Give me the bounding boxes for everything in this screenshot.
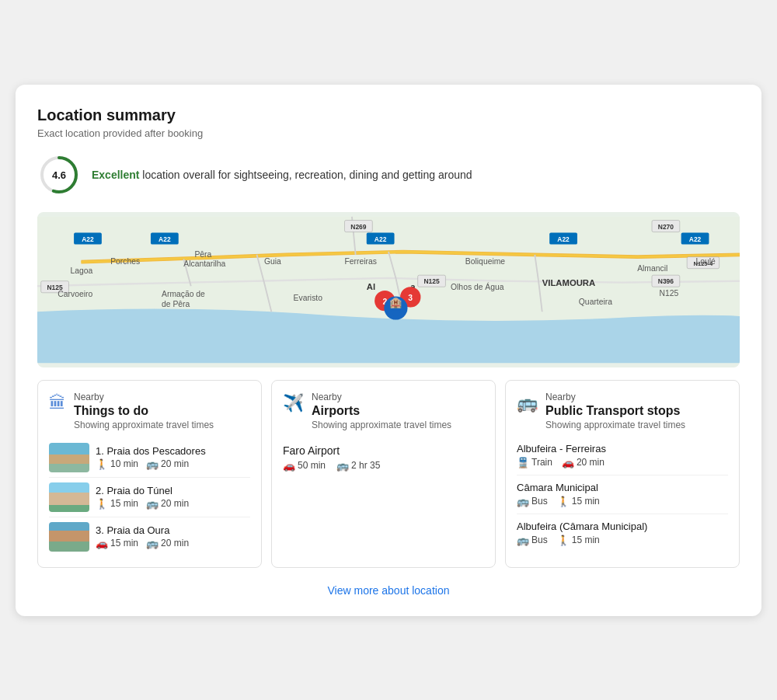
car-icon: 🚗 — [283, 460, 295, 472]
bus-icon: 🚌 — [146, 498, 159, 510]
transport-type: Train — [531, 457, 552, 468]
poi-thumbnail — [49, 522, 89, 552]
svg-text:N125: N125 — [659, 288, 678, 297]
car-time: 20 min — [577, 457, 605, 468]
panel-header-transport: 🚌 Nearby Public Transport stops Showing … — [517, 392, 728, 430]
svg-text:Ferreiras: Ferreiras — [345, 257, 377, 266]
things-to-do-icon: 🏛 — [49, 393, 66, 413]
bus-icon: 🚌 — [146, 538, 159, 549]
car-icon: 🚗 — [96, 538, 108, 549]
poi-thumbnail — [49, 443, 89, 472]
transit-name: Albufeira (Câmara Municipal) — [517, 521, 728, 532]
panel-header-airports: ✈️ Nearby Airports Showing approximate t… — [283, 392, 484, 430]
transport-list: Albufeira - Ferreiras 🚆 Train 🚗 20 min — [517, 437, 728, 552]
svg-text:Almancil: Almancil — [637, 264, 667, 273]
svg-text:A22: A22 — [159, 235, 171, 242]
map-container[interactable]: A22 A22 A22 A22 A22 N125 N125 N269 N270 — [37, 212, 740, 367]
list-item: 2. Praia do Túnel 🚶 15 min 🚌 20 min — [49, 478, 250, 517]
svg-text:Olhos de Água: Olhos de Água — [451, 282, 504, 291]
bus-time: 20 min — [161, 498, 189, 509]
nearby-label-transport: Nearby — [545, 392, 685, 402]
score-circle-icon: 4.6 — [37, 153, 81, 197]
svg-text:4.6: 4.6 — [52, 169, 66, 181]
page-title: Location summary — [37, 106, 740, 124]
airports-title: Airports — [312, 404, 451, 418]
svg-text:Boliqueime: Boliqueime — [465, 257, 505, 266]
list-item: Faro Airport 🚗 50 min 🚌 2 hr 35 — [283, 437, 484, 479]
poi-times: 🚶 15 min 🚌 20 min — [96, 498, 189, 510]
view-more-link[interactable]: View more about location — [328, 584, 450, 597]
list-item: 1. Praia dos Pescadores 🚶 10 min 🚌 20 mi… — [49, 438, 250, 478]
score-row: 4.6 Excellent location overall for sight… — [37, 153, 740, 197]
score-label: Excellent — [92, 169, 139, 181]
svg-text:A22: A22 — [82, 235, 94, 242]
bus-time: 2 hr 35 — [351, 460, 380, 471]
svg-text:N125: N125 — [423, 277, 440, 285]
walk-time: 10 min — [110, 458, 138, 469]
svg-text:A22: A22 — [375, 235, 387, 242]
svg-text:Lagoa: Lagoa — [70, 266, 92, 275]
poi-name: 1. Praia dos Pescadores — [96, 445, 206, 457]
walk-time: 15 min — [572, 535, 600, 545]
things-to-do-list: 1. Praia dos Pescadores 🚶 10 min 🚌 20 mi… — [49, 438, 250, 556]
list-item: Albufeira (Câmara Municipal) 🚌 Bus 🚶 15 … — [517, 514, 728, 552]
svg-text:🏨: 🏨 — [389, 295, 402, 308]
svg-text:Carvoeiro: Carvoeiro — [57, 290, 92, 298]
bus-icon: 🚌 — [336, 460, 349, 472]
nearby-label-airports: Nearby — [312, 392, 451, 402]
svg-text:Quarteira: Quarteira — [579, 297, 612, 305]
things-to-do-subtitle: Showing approximate travel times — [74, 420, 214, 430]
svg-text:N269: N269 — [350, 222, 367, 230]
transit-times: 🚆 Train 🚗 20 min — [517, 457, 728, 468]
list-item: Albufeira - Ferreiras 🚆 Train 🚗 20 min — [517, 437, 728, 475]
car-time: 15 min — [110, 538, 138, 549]
svg-text:Porches: Porches — [110, 257, 140, 266]
svg-text:Alcantarilha: Alcantarilha — [183, 259, 225, 267]
svg-text:Pêra: Pêra — [194, 249, 211, 258]
poi-name: 2. Praia do Túnel — [96, 485, 189, 496]
transport-title: Public Transport stops — [545, 404, 685, 418]
walk-icon: 🚶 — [557, 496, 570, 507]
svg-text:Guia: Guia — [264, 257, 281, 266]
bus-time: 20 min — [161, 458, 189, 469]
list-item: Câmara Municipal 🚌 Bus 🚶 15 min — [517, 475, 728, 514]
panels-row: 🏛 Nearby Things to do Showing approximat… — [37, 380, 740, 568]
poi-times: 🚗 15 min 🚌 20 min — [96, 538, 189, 549]
nearby-label-things: Nearby — [74, 392, 214, 402]
svg-text:N396: N396 — [658, 277, 674, 285]
svg-text:A22: A22 — [689, 235, 702, 242]
transport-type: Bus — [531, 535, 548, 545]
transit-name: Albufeira - Ferreiras — [517, 443, 728, 454]
transit-times: 🚌 Bus 🚶 15 min — [517, 535, 728, 546]
transport-type: Bus — [531, 496, 548, 507]
poi-times: 🚶 10 min 🚌 20 min — [96, 458, 206, 470]
list-item: 3. Praia da Oura 🚗 15 min 🚌 20 min — [49, 517, 250, 556]
transit-name: Câmara Municipal — [517, 482, 728, 493]
panel-header-things: 🏛 Nearby Things to do Showing approximat… — [49, 392, 250, 430]
transport-subtitle: Showing approximate travel times — [545, 420, 685, 430]
transit-times: 🚌 Bus 🚶 15 min — [517, 496, 728, 507]
svg-text:A22: A22 — [557, 235, 570, 242]
svg-text:Armação de: Armação de — [162, 290, 205, 298]
walk-time: 15 min — [572, 496, 600, 507]
walk-icon: 🚶 — [96, 458, 108, 470]
location-summary-card: Location summary Exact location provided… — [16, 85, 761, 616]
poi-thumbnail — [49, 482, 89, 512]
svg-text:Evaristo: Evaristo — [294, 294, 323, 302]
transport-panel: 🚌 Nearby Public Transport stops Showing … — [505, 380, 740, 568]
train-icon: 🚆 — [517, 457, 529, 468]
walk-icon: 🚶 — [557, 535, 570, 546]
airports-subtitle: Showing approximate travel times — [312, 420, 451, 430]
airport-name: Faro Airport — [283, 444, 484, 457]
walk-time: 15 min — [110, 498, 138, 509]
airport-times: 🚗 50 min 🚌 2 hr 35 — [283, 460, 484, 472]
walk-icon: 🚶 — [96, 498, 108, 510]
airports-panel: ✈️ Nearby Airports Showing approximate t… — [271, 380, 496, 568]
car-icon: 🚗 — [562, 457, 574, 468]
bus-icon: 🚌 — [517, 496, 529, 507]
svg-text:Loulé: Loulé — [696, 257, 716, 266]
bus-time: 20 min — [161, 538, 189, 549]
header-subtitle: Exact location provided after booking — [37, 127, 740, 139]
svg-text:N270: N270 — [658, 222, 674, 230]
things-to-do-title: Things to do — [74, 404, 214, 418]
